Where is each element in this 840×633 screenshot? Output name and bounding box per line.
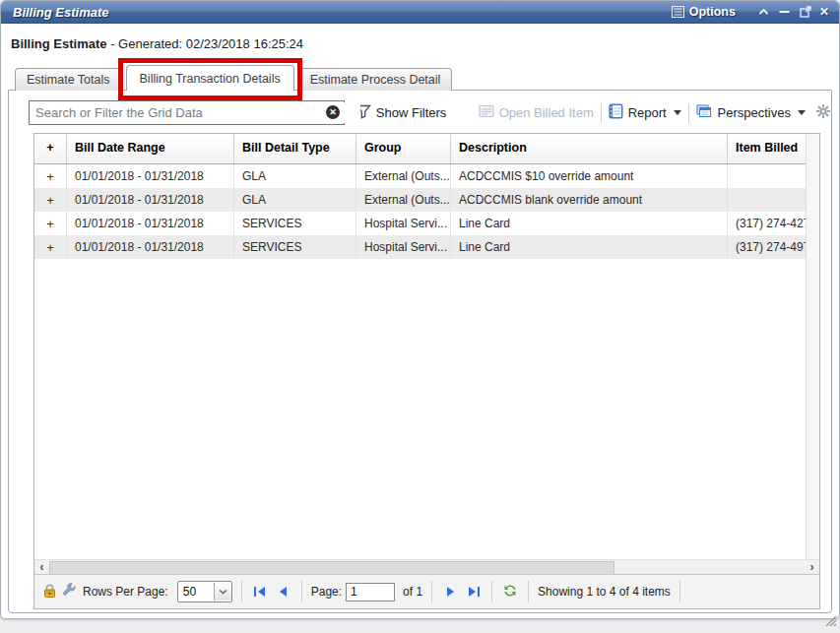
cell-item-billed — [728, 188, 807, 212]
cell-group: External (Outs... — [356, 188, 451, 212]
popout-button[interactable] — [799, 4, 812, 20]
cell-bill-date-range: 01/01/2018 - 01/31/2018 — [67, 212, 234, 235]
generated-line: Billing Estimate - Generated: 02/23/2018… — [11, 36, 303, 51]
cell-group: External (Outs... — [356, 164, 451, 188]
scroll-right-arrow-icon[interactable]: › — [805, 560, 819, 574]
lock-button[interactable] — [42, 583, 57, 601]
chevron-down-icon — [674, 110, 681, 115]
options-list-icon — [672, 5, 685, 19]
cell-bill-detail-type: SERVICES — [234, 235, 356, 259]
report-button[interactable]: Report — [609, 103, 681, 122]
titlebar-controls: Options — [672, 4, 839, 20]
previous-page-button[interactable] — [275, 583, 292, 601]
table-row[interactable]: + 01/01/2018 - 01/31/2018 GLA External (… — [34, 188, 807, 212]
footer-separator — [491, 581, 492, 602]
column-header-group[interactable]: Group — [356, 134, 451, 163]
cell-item-billed — [728, 164, 807, 188]
window-title: Billing Estimate — [1, 5, 109, 20]
report-icon — [609, 103, 623, 122]
show-filters-button[interactable]: Show Filters — [355, 104, 447, 122]
page-input[interactable] — [346, 583, 395, 601]
rows-per-page-select[interactable]: 50 — [177, 581, 232, 602]
expand-row-button[interactable]: + — [34, 164, 67, 188]
refresh-button[interactable] — [501, 583, 519, 601]
collapse-button[interactable] — [757, 4, 771, 20]
expand-row-button[interactable]: + — [34, 212, 67, 235]
cell-bill-date-range: 01/01/2018 - 01/31/2018 — [67, 164, 234, 188]
column-header-bill-date-range[interactable]: Bill Date Range — [67, 134, 234, 163]
perspectives-icon — [696, 104, 713, 122]
column-header-bill-detail-type[interactable]: Bill Detail Type — [234, 134, 356, 163]
generated-line-title: Billing Estimate — [11, 36, 107, 51]
titlebar[interactable]: Billing Estimate Options — [1, 1, 839, 24]
page-of-label: of 1 — [403, 585, 422, 599]
cell-description: ACDCCMIS $10 override amount — [451, 164, 728, 188]
table-row[interactable]: + 01/01/2018 - 01/31/2018 SERVICES Hospi… — [34, 235, 807, 259]
resize-grip[interactable] — [823, 613, 837, 631]
cell-bill-detail-type: GLA — [234, 188, 356, 212]
open-billed-item-button[interactable]: Open Billed Item — [479, 104, 594, 121]
cell-bill-date-range: 01/01/2018 - 01/31/2018 — [67, 188, 234, 212]
showing-items-text: Showing 1 to 4 of 4 items — [538, 585, 671, 599]
expand-row-button[interactable]: + — [34, 188, 67, 212]
report-label: Report — [628, 105, 667, 120]
data-grid: + Bill Date Range Bill Detail Type Group… — [33, 133, 820, 609]
clear-search-icon[interactable]: ✕ — [326, 105, 340, 119]
table-row[interactable]: + 01/01/2018 - 01/31/2018 SERVICES Hospi… — [34, 212, 807, 235]
toolbar-separator — [601, 103, 602, 123]
cell-bill-date-range: 01/01/2018 - 01/31/2018 — [67, 235, 234, 259]
last-page-button[interactable] — [465, 583, 483, 601]
wrench-icon — [62, 583, 77, 601]
table-row[interactable]: + 01/01/2018 - 01/31/2018 GLA External (… — [34, 164, 807, 188]
search-input[interactable] — [33, 102, 360, 123]
cell-description: Line Card — [451, 212, 728, 235]
settings-gear-icon — [815, 103, 831, 123]
minimize-button[interactable] — [778, 4, 792, 20]
horizontal-scrollbar[interactable]: ‹ › — [34, 559, 819, 575]
grid-settings-button[interactable] — [815, 103, 831, 123]
options-button[interactable]: Options — [672, 4, 736, 20]
footer-separator — [301, 581, 302, 602]
cell-item-billed: (317) 274-4278 — [728, 212, 807, 235]
grid-header-row: + Bill Date Range Bill Detail Type Group… — [34, 134, 807, 164]
column-header-expand[interactable]: + — [34, 134, 67, 163]
minimize-icon — [778, 5, 792, 19]
next-page-button[interactable] — [441, 583, 459, 601]
footer-separator — [528, 581, 529, 602]
horizontal-scrollbar-thumb[interactable] — [49, 561, 614, 575]
popout-icon — [799, 5, 812, 19]
billing-estimate-window: Billing Estimate Options — [0, 0, 840, 619]
perspectives-button[interactable]: Perspectives — [696, 104, 806, 122]
chevron-down-icon — [214, 583, 231, 601]
cell-item-billed: (317) 274-4977 — [728, 235, 807, 259]
tab-estimate-totals[interactable]: Estimate Totals — [15, 68, 122, 91]
rows-per-page-label: Rows Per Page: — [83, 585, 168, 599]
footer-separator — [679, 581, 680, 602]
tab-label: Billing Transaction Details — [140, 72, 281, 86]
cell-bill-detail-type: SERVICES — [234, 212, 356, 235]
tab-panel: ✕ Show Filters Open Billed Item — [8, 90, 832, 613]
tab-estimate-process-detail[interactable]: Estimate Process Detail — [298, 68, 453, 91]
toolbar-separator — [688, 103, 689, 123]
first-page-button[interactable] — [251, 583, 269, 601]
tab-label: Estimate Totals — [27, 73, 110, 87]
tools-button[interactable] — [62, 583, 77, 601]
grid-rows: + 01/01/2018 - 01/31/2018 GLA External (… — [34, 164, 807, 259]
tab-billing-transaction-details[interactable]: Billing Transaction Details — [126, 65, 294, 91]
show-filters-label: Show Filters — [376, 105, 447, 120]
screen: Billing Estimate Options — [0, 0, 840, 633]
rows-per-page-value: 50 — [178, 585, 214, 599]
column-header-description[interactable]: Description — [451, 134, 728, 163]
expand-row-button[interactable]: + — [34, 235, 67, 259]
scroll-left-arrow-icon[interactable]: ‹ — [34, 560, 49, 574]
grid-footer: Rows Per Page: 50 — [34, 574, 819, 608]
perspectives-label: Perspectives — [718, 105, 791, 120]
close-button[interactable]: ✕ — [819, 4, 829, 20]
generated-line-timestamp: - Generated: 02/23/2018 16:25:24 — [107, 36, 304, 51]
vertical-scrollbar[interactable] — [806, 134, 819, 560]
footer-separator — [241, 581, 242, 602]
chevron-down-icon — [798, 110, 806, 115]
options-label: Options — [689, 5, 736, 19]
grid-toolbar: ✕ Show Filters Open Billed Item — [9, 99, 831, 126]
column-header-item-billed[interactable]: Item Billed — [728, 134, 807, 163]
